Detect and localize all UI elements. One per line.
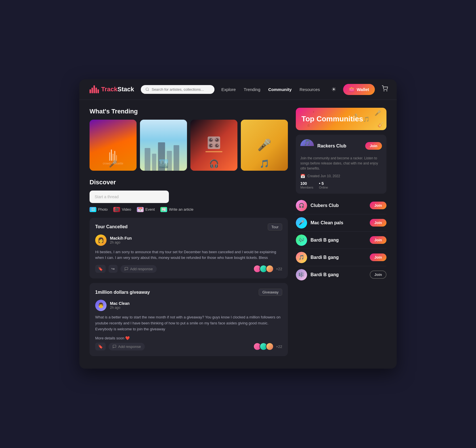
cart-button[interactable] — [382, 85, 388, 93]
post-body-2: What is a better way to start the new mo… — [95, 314, 282, 332]
right-column: 🎤 🎵 🎸 ♪ ♫ 🎙️ Top Communities 🎵 Rackers C… — [296, 108, 386, 361]
wallet-button[interactable]: 👛 Wallet — [343, 84, 375, 95]
community-bardi-1: 🎶 Bardi B gang Join — [296, 232, 386, 249]
trending-card-concert[interactable]: crowd silhouette — [90, 120, 137, 171]
event-action[interactable]: 📅 Event — [137, 207, 155, 212]
rackers-club-avatar: 🎵 — [300, 139, 314, 153]
logo-bar-3 — [94, 85, 95, 93]
rackers-join-button[interactable]: Join — [365, 142, 382, 150]
bardi3-join-button[interactable]: Join — [370, 271, 386, 279]
trending-grid: crowd silhouette — [90, 120, 288, 171]
deco-5: ♫ — [307, 123, 310, 127]
bookmark-button-2[interactable]: 🔖 — [95, 343, 106, 350]
post-actions-left-2: 🔖 Add response — [95, 343, 145, 350]
bardi2-name: Bardi B gang — [311, 255, 366, 260]
app-container: TrackStack Explore Trending Community Re… — [79, 79, 397, 369]
photo-label: Photo — [98, 207, 108, 212]
online-stat: • 5 Online — [319, 181, 328, 189]
author-avatar-img-1: 👩 — [95, 234, 107, 246]
logo-icon — [90, 85, 99, 93]
nav-explore[interactable]: Explore — [221, 87, 236, 92]
logo-bar-1 — [90, 89, 91, 93]
community-bardi-2: 🎵 Bardi B gang Join — [296, 249, 386, 266]
search-input[interactable] — [152, 87, 208, 92]
reaction-count-2: +22 — [276, 345, 282, 349]
logo-bar-2 — [92, 88, 93, 93]
share-button-1[interactable]: ↪ — [109, 265, 118, 273]
video-action[interactable]: 🎥 Video — [113, 207, 131, 212]
top-communities-banner: 🎤 🎵 🎸 ♪ ♫ 🎙️ Top Communities — [296, 108, 386, 130]
nav-resources[interactable]: Resources — [299, 87, 320, 92]
theme-toggle-button[interactable]: ☀ — [331, 86, 336, 93]
post-giveaway: 1million dollars giveaway Giveaway 👨 Mac… — [90, 283, 288, 356]
logo-bar-4 — [95, 88, 97, 93]
bardi2-join-button[interactable]: Join — [370, 253, 386, 261]
trending-card-dj[interactable]: 🎛️ — [190, 120, 237, 171]
thread-input[interactable]: Start a thread — [90, 191, 169, 203]
left-column: What's Trending crowd silhouette — [90, 108, 288, 361]
bardi1-join-button[interactable]: Join — [370, 236, 386, 244]
article-action[interactable]: 📰 Write an article — [160, 207, 193, 212]
post-author-2: 👨 Mac Clean 2h ago — [95, 300, 282, 311]
more-text-2: More details soon — [95, 336, 124, 340]
online-count: • 5 — [319, 181, 328, 186]
post-more-2: More details soon ❤️ — [95, 336, 282, 340]
members-count: 100 — [300, 181, 313, 186]
bardi2-avatar: 🎵 — [296, 252, 307, 263]
author-name-1: Mackih Fun — [110, 236, 132, 240]
bardi1-name: Bardi B gang — [311, 238, 366, 243]
author-info-1: Mackih Fun 2h ago — [110, 236, 132, 244]
top-communities-title: Top Communities — [301, 115, 381, 123]
post-tag-2: Giveaway — [259, 289, 282, 296]
heart-icon: ❤️ — [125, 336, 130, 340]
nav-community[interactable]: Community — [268, 87, 292, 92]
bardi1-avatar-img: 🎶 — [296, 234, 307, 246]
rackers-description: Join the community and become a racker. … — [300, 156, 382, 171]
response-button-1[interactable]: Add response — [120, 265, 157, 273]
clubers-join-button[interactable]: Join — [370, 202, 386, 209]
members-stat: 100 Members — [300, 181, 313, 189]
rackers-stats: 100 Members • 5 Online — [300, 181, 382, 189]
post-footer-2: 🔖 Add response — [95, 343, 282, 350]
reaction-av-3 — [266, 265, 274, 273]
post-footer-1: 🔖 ↪ Add response — [95, 265, 282, 273]
community-bardi-3: 🎼 Bardi B gang Join — [296, 266, 386, 283]
article-icon: 📰 — [160, 207, 167, 212]
cart-icon — [382, 85, 388, 92]
bardi3-avatar-img: 🎼 — [296, 269, 307, 280]
video-icon: 🎥 — [113, 207, 120, 212]
svg-point-2 — [384, 90, 384, 91]
response-button-2[interactable]: Add response — [109, 343, 145, 350]
navbar: TrackStack Explore Trending Community Re… — [79, 79, 397, 100]
trending-card-artist[interactable]: 🎤 — [241, 120, 288, 171]
svg-line-1 — [148, 90, 149, 91]
nav-trending[interactable]: Trending — [244, 87, 260, 92]
community-list: 🎧 Clubers Club Join 🎤 Mac Clean pals Joi… — [296, 197, 386, 283]
trending-title: What's Trending — [90, 108, 288, 115]
post-tour-cancelled: Tour Cancelled Tour 👩 Mackih Fun 2h ago … — [90, 218, 288, 279]
search-icon — [145, 87, 149, 91]
community-mac-clean-pals: 🎤 Mac Clean pals Join — [296, 214, 386, 232]
logo-bar-5 — [97, 89, 99, 93]
bardi3-avatar: 🎼 — [296, 269, 307, 280]
rackers-meta: 📅 Created Jun 10, 2022 — [300, 174, 382, 178]
app-name: TrackStack — [101, 86, 134, 93]
post-title-2: 1million dollars giveaway — [95, 290, 150, 295]
svg-point-3 — [386, 90, 387, 91]
search-bar[interactable] — [141, 85, 214, 94]
macclean-join-button[interactable]: Join — [370, 219, 386, 227]
reaction-count-1: +22 — [276, 267, 282, 271]
photo-action[interactable]: 🖼 Photo — [90, 207, 108, 212]
rackers-avatar-img: 🎵 — [300, 139, 314, 146]
article-label: Write an article — [169, 207, 193, 212]
discover-title: Discover — [90, 179, 288, 186]
online-label: Online — [319, 186, 328, 189]
event-label: Event — [145, 207, 155, 212]
clubers-avatar-img: 🎧 — [296, 200, 307, 211]
svg-point-0 — [146, 88, 148, 90]
trending-card-city[interactable] — [140, 120, 187, 171]
wallet-icon: 👛 — [349, 87, 354, 92]
logo[interactable]: TrackStack — [90, 85, 134, 93]
bookmark-button-1[interactable]: 🔖 — [95, 265, 106, 273]
response-label-2: Add response — [118, 345, 141, 349]
